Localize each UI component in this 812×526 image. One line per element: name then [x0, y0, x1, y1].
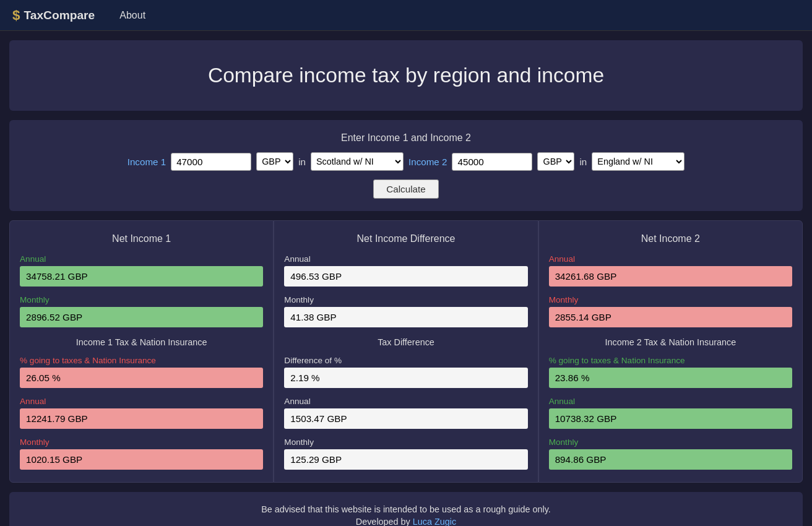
ni1-monthly-label: Monthly	[20, 295, 263, 304]
footer: Be advised that this website is intended…	[9, 492, 803, 526]
footer-disclaimer: Be advised that this website is intended…	[22, 504, 790, 514]
ni2-annual2-value	[549, 408, 792, 429]
net-income-diff-panel: Net Income Difference Annual Monthly Tax…	[274, 220, 538, 483]
diff-percent-value	[284, 368, 527, 388]
income2-input[interactable]	[452, 153, 532, 171]
ni2-percent-value	[549, 368, 792, 388]
diff-annual2-label: Annual	[284, 397, 527, 406]
net-income-1-panel: Net Income 1 Annual Monthly Income 1 Tax…	[9, 220, 274, 483]
navbar: $ TaxCompare About	[0, 0, 812, 31]
diff-percent-label: Difference of %	[284, 356, 527, 365]
income1-label: Income 1	[127, 157, 166, 167]
net-income-2-title: Net Income 2	[549, 233, 792, 244]
ni2-percent-label: % going to taxes & Nation Insurance	[549, 356, 792, 365]
diff-monthly2-label: Monthly	[284, 438, 527, 447]
ni1-monthly-value	[20, 307, 263, 327]
ni1-monthly2-label: Monthly	[20, 438, 263, 447]
ni1-monthly2-value	[20, 449, 263, 470]
brand-link[interactable]: $ TaxCompare	[12, 7, 95, 24]
diff-annual-value	[284, 266, 527, 287]
ni1-tax-section-title: Income 1 Tax & Nation Insurance	[20, 337, 263, 347]
ni2-monthly2-value	[549, 449, 792, 470]
ni2-annual-value	[549, 266, 792, 287]
diff-monthly2-value	[284, 449, 527, 470]
income2-currency-select[interactable]: GBP USD EUR	[537, 152, 574, 171]
ni1-annual2-value	[20, 408, 263, 429]
ni2-monthly-value	[549, 307, 792, 327]
income2-label: Income 2	[408, 157, 447, 167]
income1-input[interactable]	[171, 153, 251, 171]
income1-region-select[interactable]: Scotland w/ NI England w/ NI Wales w/ NI	[311, 152, 404, 171]
ni2-monthly-label: Monthly	[549, 295, 792, 304]
ni1-annual-label: Annual	[20, 254, 263, 264]
income1-currency-select[interactable]: GBP USD EUR	[256, 152, 293, 171]
developer-link[interactable]: Luca Zugic	[413, 517, 456, 526]
diff-monthly-value	[284, 307, 527, 327]
ni1-percent-value	[20, 368, 263, 388]
ni1-percent-label: % going to taxes & Nation Insurance	[20, 356, 263, 365]
dollar-icon: $	[12, 7, 20, 24]
ni2-monthly2-label: Monthly	[549, 438, 792, 447]
calculate-button[interactable]: Calculate	[373, 179, 438, 199]
results-grid: Net Income 1 Annual Monthly Income 1 Tax…	[9, 220, 803, 483]
income2-region-select[interactable]: Scotland w/ NI England w/ NI Wales w/ NI	[592, 152, 685, 171]
net-income-1-title: Net Income 1	[20, 233, 263, 244]
diff-annual-label: Annual	[284, 254, 527, 264]
hero-title: Compare income tax by region and income	[22, 64, 790, 87]
ni1-annual-value	[20, 266, 263, 287]
diff-annual2-value	[284, 408, 527, 429]
ni1-annual2-label: Annual	[20, 397, 263, 406]
hero-banner: Compare income tax by region and income	[9, 40, 803, 111]
input-section: Enter Income 1 and Income 2 Income 1 GBP…	[9, 120, 803, 211]
diff-monthly-label: Monthly	[284, 295, 527, 304]
input-prompt: Enter Income 1 and Income 2	[22, 132, 790, 144]
inputs-row: Income 1 GBP USD EUR in Scotland w/ NI E…	[22, 152, 790, 171]
brand-name: TaxCompare	[24, 9, 95, 22]
net-income-diff-title: Net Income Difference	[284, 233, 527, 244]
footer-developed-by: Developed by Luca Zugic	[22, 517, 790, 526]
ni2-annual2-label: Annual	[549, 397, 792, 406]
income2-in-text: in	[579, 157, 587, 167]
about-link[interactable]: About	[119, 10, 145, 21]
ni2-annual-label: Annual	[549, 254, 792, 264]
ni2-tax-section-title: Income 2 Tax & Nation Insurance	[549, 337, 792, 347]
diff-tax-section-title: Tax Difference	[284, 337, 527, 347]
income1-in-text: in	[298, 157, 306, 167]
net-income-2-panel: Net Income 2 Annual Monthly Income 2 Tax…	[538, 220, 803, 483]
